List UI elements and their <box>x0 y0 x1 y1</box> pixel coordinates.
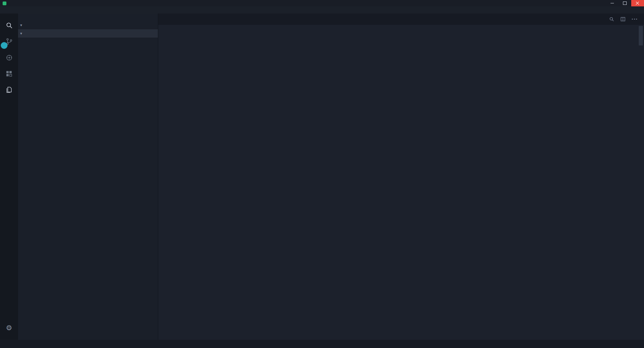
titlebar <box>0 0 644 6</box>
tab-bar <box>158 14 644 25</box>
open-editors-header[interactable] <box>18 21 158 29</box>
search-icon[interactable] <box>0 18 18 33</box>
split-editor-icon[interactable] <box>620 17 626 22</box>
main-area: ⚙ <box>0 14 644 340</box>
status-bar <box>0 340 644 348</box>
window-controls <box>606 0 644 6</box>
editor-scrollbar[interactable] <box>639 26 643 45</box>
source-control-icon[interactable] <box>0 34 18 49</box>
file-tree <box>18 38 158 340</box>
workspace-header[interactable] <box>18 29 158 38</box>
menubar <box>0 6 644 14</box>
extensions-icon[interactable] <box>0 66 18 81</box>
minimize-button[interactable] <box>606 0 618 6</box>
explorer-sidebar <box>18 14 158 340</box>
close-button[interactable] <box>631 0 644 6</box>
open-preview-icon[interactable] <box>609 17 614 22</box>
editor-actions <box>609 14 644 25</box>
activity-bar: ⚙ <box>0 14 18 340</box>
settings-sync-icon[interactable] <box>0 50 18 65</box>
code-editor[interactable] <box>158 25 644 340</box>
vscode-insiders-icon <box>3 2 6 5</box>
chevron-down-icon <box>18 32 24 35</box>
vscode-window: ⚙ <box>0 0 644 348</box>
scm-changes-badge <box>1 42 8 49</box>
settings-gear-icon[interactable]: ⚙ <box>0 320 18 335</box>
maximize-button[interactable] <box>618 0 631 6</box>
editor-region <box>158 14 644 340</box>
explorer-icon[interactable] <box>0 82 18 97</box>
chevron-down-icon <box>18 23 24 27</box>
sidebar-title <box>18 14 158 21</box>
more-actions-icon[interactable] <box>632 16 638 23</box>
